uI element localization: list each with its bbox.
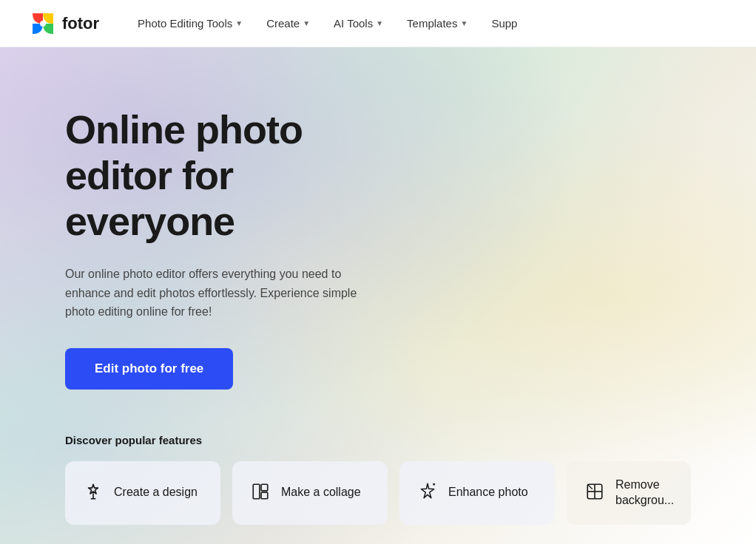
nav-support[interactable]: Supp	[482, 11, 526, 35]
logo[interactable]: fotor	[30, 10, 99, 37]
nav-templates[interactable]: Templates ▼	[398, 11, 476, 35]
nav-items: Photo Editing Tools ▼ Create ▼ AI Tools …	[129, 11, 726, 35]
logo-text: fotor	[62, 14, 99, 33]
svg-point-1	[40, 21, 46, 27]
feature-card-make-collage[interactable]: Make a collage	[232, 461, 388, 525]
svg-rect-6	[261, 492, 268, 499]
hero-title: Online photo editor for everyone	[65, 106, 379, 244]
nav-ai-tools[interactable]: AI Tools ▼	[325, 11, 392, 35]
svg-rect-5	[261, 484, 268, 491]
hero-subtitle: Our online photo editor offers everythin…	[65, 265, 379, 322]
feature-label-make-collage: Make a collage	[281, 485, 361, 500]
features-label: Discover popular features	[65, 434, 691, 446]
feature-label-enhance-photo: Enhance photo	[448, 485, 528, 500]
hero-content: Online photo editor for everyone Our onl…	[0, 47, 444, 390]
chevron-down-icon: ▼	[303, 19, 310, 27]
navbar: fotor Photo Editing Tools ▼ Create ▼ AI …	[0, 0, 756, 47]
features-section: Discover popular features Create a desig…	[0, 390, 756, 525]
svg-rect-4	[253, 484, 260, 499]
feature-label-remove-bg: Removebackgrou...	[615, 477, 674, 509]
chevron-down-icon: ▼	[376, 19, 383, 27]
fotor-logo-icon	[30, 10, 56, 37]
remove-bg-icon	[584, 482, 605, 504]
nav-photo-editing-tools[interactable]: Photo Editing Tools ▼	[129, 11, 252, 35]
feature-card-enhance-photo[interactable]: Enhance photo	[399, 461, 555, 525]
enhance-icon	[417, 482, 438, 504]
collage-icon	[250, 482, 271, 504]
chevron-down-icon: ▼	[235, 19, 243, 27]
design-icon	[83, 482, 104, 504]
svg-marker-7	[421, 483, 433, 498]
cta-edit-photo-button[interactable]: Edit photo for free	[65, 348, 233, 390]
feature-card-remove-bg[interactable]: Removebackgrou...	[567, 461, 691, 525]
feature-card-create-design[interactable]: Create a design	[65, 461, 220, 525]
hero-section: Online photo editor for everyone Our onl…	[0, 47, 756, 544]
feature-label-create-design: Create a design	[114, 485, 198, 500]
chevron-down-icon: ▼	[460, 19, 468, 27]
nav-create[interactable]: Create ▼	[257, 11, 319, 35]
features-cards: Create a design Make a collage	[65, 461, 691, 525]
